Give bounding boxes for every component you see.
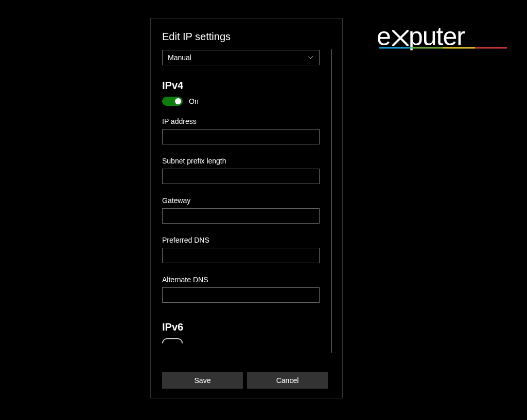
ipv6-heading: IPv6 [162, 321, 331, 333]
ipv6-toggle-row [162, 338, 331, 343]
dialog-buttons: Save Cancel [162, 372, 328, 389]
alternate-dns-group: Alternate DNS [162, 276, 331, 303]
preferred-dns-input[interactable] [162, 248, 320, 263]
gateway-group: Gateway [162, 196, 331, 224]
chevron-down-icon [307, 54, 314, 61]
toggle-knob [175, 98, 181, 104]
watermark-logo: e puter [377, 24, 511, 54]
subnet-label: Subnet prefix length [162, 157, 331, 165]
ipv4-toggle[interactable] [162, 97, 183, 106]
svg-rect-5 [411, 47, 443, 49]
preferred-dns-group: Preferred DNS [162, 236, 331, 263]
svg-rect-7 [475, 47, 507, 49]
ipv6-toggle[interactable] [162, 338, 183, 343]
alternate-dns-label: Alternate DNS [162, 276, 331, 284]
ip-mode-select[interactable]: Manual [162, 50, 320, 65]
svg-rect-6 [443, 47, 475, 49]
ip-address-input[interactable] [162, 129, 320, 144]
svg-text:e: e [377, 24, 391, 51]
subnet-group: Subnet prefix length [162, 157, 331, 184]
ip-address-group: IP address [162, 117, 331, 144]
gateway-label: Gateway [162, 196, 331, 205]
dialog-content: Edit IP settings Manual IPv4 On IP addre… [162, 31, 331, 360]
cancel-button[interactable]: Cancel [247, 372, 328, 389]
save-button[interactable]: Save [162, 372, 243, 389]
ipv4-heading: IPv4 [162, 80, 331, 92]
subnet-input[interactable] [162, 169, 320, 184]
edit-ip-settings-dialog: Edit IP settings Manual IPv4 On IP addre… [150, 18, 343, 398]
ipv6-section: IPv6 [162, 321, 331, 343]
svg-rect-4 [379, 47, 411, 49]
scrollbar[interactable] [331, 49, 332, 353]
preferred-dns-label: Preferred DNS [162, 236, 331, 244]
svg-text:puter: puter [409, 24, 465, 51]
ip-address-label: IP address [162, 117, 331, 125]
ipv4-toggle-row: On [162, 97, 331, 106]
dialog-title: Edit IP settings [162, 31, 331, 43]
ip-mode-value: Manual [168, 53, 191, 62]
ipv4-toggle-label: On [189, 97, 199, 105]
gateway-input[interactable] [162, 208, 320, 224]
alternate-dns-input[interactable] [162, 287, 320, 303]
